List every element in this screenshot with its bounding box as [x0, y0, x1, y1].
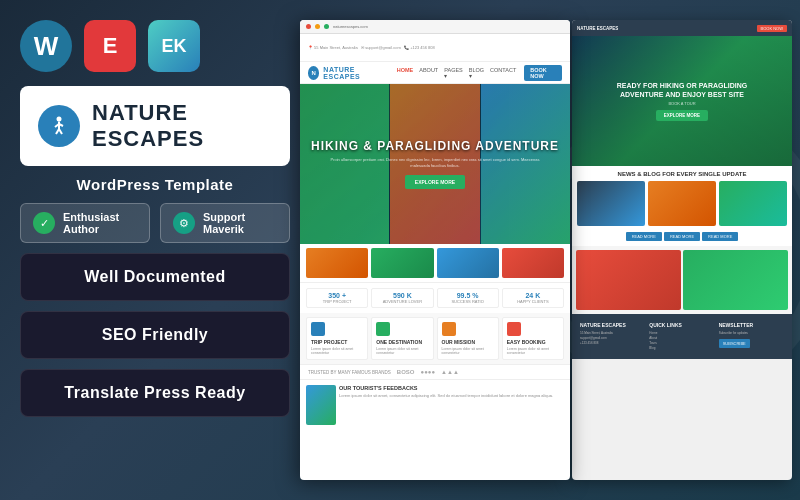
thumb-1 [306, 248, 368, 278]
left-panel: W E EK NATURE ESCAPES WordPress Template [0, 0, 310, 500]
address-text: natureescapes.com [333, 24, 368, 29]
service-1-title: TRIP PROJECT [311, 339, 363, 345]
bottom-photo-1 [576, 250, 681, 310]
template-subtitle: WordPress Template [20, 176, 290, 193]
thumb-3 [437, 248, 499, 278]
footer-phone: +123 456 808 [580, 341, 645, 345]
footer-email: support@gmail.com [580, 336, 645, 340]
footer-newsletter-title: NEWSLETTER [719, 322, 784, 328]
stat-adventure-lovers: 590 K ADVENTURE LOVER [371, 288, 433, 308]
second-site-preview: NATURE ESCAPES BOOK NOW READY FOR HIKING… [572, 20, 792, 480]
main-site-preview: natureescapes.com 📍 55 Main Street, Aust… [300, 20, 570, 480]
hiker-svg [47, 114, 71, 138]
second-hero-sub: BOOK A TOUR [668, 101, 695, 106]
nav-blog[interactable]: BLOG ▾ [469, 67, 484, 79]
stat-clients-lbl: HAPPY CLIENTS [506, 299, 560, 304]
elementor-icon: E [84, 20, 136, 72]
nav-home[interactable]: HOME [397, 67, 414, 79]
footer-col-3: NEWSLETTER Subscribe for updates SUBSCRI… [719, 322, 784, 351]
footer-link-3[interactable]: Tours [649, 341, 714, 345]
wordpress-icon: W [20, 20, 72, 72]
nav-about[interactable]: ABOUT [419, 67, 438, 79]
stat-trip-lbl: TRIP PROJECT [310, 299, 364, 304]
stat-success-num: 99.5 % [441, 292, 495, 299]
seo-friendly-button[interactable]: SEO Friendly [20, 311, 290, 359]
stat-clients: 24 K HAPPY CLIENTS [502, 288, 564, 308]
footer-newsletter-text: Subscribe for updates [719, 331, 784, 335]
stat-trip-project: 350 + TRIP PROJECT [306, 288, 368, 308]
second-preview-hero: READY FOR HIKING OR PARAGLIDINGADVENTURE… [572, 36, 792, 166]
brand-icon [38, 105, 80, 147]
footer-link-2[interactable]: About [649, 336, 714, 340]
king-composer-icon: EK [148, 20, 200, 72]
second-news-section: NEWS & BLOG FOR EVERY SINGLE UPDATE READ… [572, 166, 792, 246]
read-more-1[interactable]: READ MORE [626, 232, 662, 241]
maximize-dot [324, 24, 329, 29]
service-2-text: Lorem ipsum dolor sit amet consectetur [376, 347, 428, 355]
testimonials-content: OUR TOURIST'S FEEDBACKS Lorem ipsum dolo… [339, 385, 553, 399]
hero-description: Proin ullamcorper pretium orci. Donec ne… [325, 157, 545, 168]
brands-section: TRUSTED BY MANY FAMOUS BRANDS BOSO ●●●● … [300, 364, 570, 380]
service-1-text: Lorem ipsum dolor sit amet consectetur [311, 347, 363, 355]
stat-clients-num: 24 K [506, 292, 560, 299]
service-3-title: OUR MISSION [442, 339, 494, 345]
brand-logo-text: NATURE ESCAPES [92, 100, 272, 152]
thumbnail-strip [300, 244, 570, 283]
service-4-title: EASY BOOKING [507, 339, 559, 345]
service-1-icon [311, 322, 325, 336]
testimonials-section: OUR TOURIST'S FEEDBACKS Lorem ipsum dolo… [300, 380, 570, 430]
brand-logo-box: NATURE ESCAPES [20, 86, 290, 166]
services-row: TRIP PROJECT Lorem ipsum dolor sit amet … [300, 313, 570, 364]
stat-adventure-lbl: ADVENTURE LOVER [375, 299, 429, 304]
second-preview-book[interactable]: BOOK NOW [757, 25, 787, 32]
thumb-2 [371, 248, 433, 278]
service-3-text: Lorem ipsum dolor sit amet consectetur [442, 347, 494, 355]
news-thumb-3 [719, 181, 787, 226]
translate-press-button[interactable]: Translate Press Ready [20, 369, 290, 417]
service-2-title: ONE DESTINATION [376, 339, 428, 345]
thumb-4 [502, 248, 564, 278]
news-thumb-1 [577, 181, 645, 226]
minimize-dot [315, 24, 320, 29]
explore-more-button[interactable]: EXPLORE MORE [405, 175, 465, 189]
nav-contact[interactable]: CONTACT [490, 67, 516, 79]
bottom-photo-2 [683, 250, 788, 310]
site-contact-info: 📍 55 Main Street, Australia ✉ support@gm… [308, 45, 435, 50]
second-hero-cta[interactable]: EXPLORE MORE [656, 110, 708, 121]
service-3: OUR MISSION Lorem ipsum dolor sit amet c… [437, 317, 499, 360]
subscribe-button[interactable]: SUBSCRIBE [719, 339, 750, 348]
support-badge-label: Support Maverik [203, 211, 277, 235]
second-preview-footer: NATURE ESCAPES 55 Main Street, Australia… [572, 314, 792, 359]
brand-1: BOSO [397, 369, 415, 375]
news-title: NEWS & BLOG FOR EVERY SINGLE UPDATE [577, 171, 787, 177]
stat-adventure-num: 590 K [375, 292, 429, 299]
service-1: TRIP PROJECT Lorem ipsum dolor sit amet … [306, 317, 368, 360]
nav-pages[interactable]: PAGES ▾ [444, 67, 463, 79]
book-now-button[interactable]: BOOK NOW [524, 65, 562, 81]
author-badge-label: Enthusiast Author [63, 211, 137, 235]
read-more-3[interactable]: READ MORE [702, 232, 738, 241]
support-badge: ⚙ Support Maverik [160, 203, 290, 243]
read-more-2[interactable]: READ MORE [664, 232, 700, 241]
news-buttons: READ MORE READ MORE READ MORE [577, 232, 787, 241]
second-preview-header: NATURE ESCAPES BOOK NOW [572, 20, 792, 36]
footer-link-1[interactable]: Home [649, 331, 714, 335]
second-preview-logo: NATURE ESCAPES [577, 26, 618, 31]
footer-links-title: QUICK LINKS [649, 322, 714, 328]
testimonials-text: Lorem ipsum dolor sit amet, consectetur … [339, 393, 553, 399]
browser-address-bar: natureescapes.com [300, 20, 570, 34]
footer-link-4[interactable]: Blog [649, 346, 714, 350]
service-4: EASY BOOKING Lorem ipsum dolor sit amet … [502, 317, 564, 360]
footer-address: 55 Main Street, Australia [580, 331, 645, 335]
news-thumb-2 [648, 181, 716, 226]
support-badge-icon: ⚙ [173, 212, 195, 234]
footer-col-1: NATURE ESCAPES 55 Main Street, Australia… [580, 322, 645, 351]
bottom-photos [572, 246, 792, 314]
service-2: ONE DESTINATION Lorem ipsum dolor sit am… [371, 317, 433, 360]
svg-point-0 [57, 117, 62, 122]
testimonials-title: OUR TOURIST'S FEEDBACKS [339, 385, 553, 391]
second-hero-title: READY FOR HIKING OR PARAGLIDINGADVENTURE… [617, 81, 747, 99]
plugin-icons-row: W E EK [20, 20, 290, 72]
stat-trip-num: 350 + [310, 292, 364, 299]
well-documented-button[interactable]: Well Documented [20, 253, 290, 301]
